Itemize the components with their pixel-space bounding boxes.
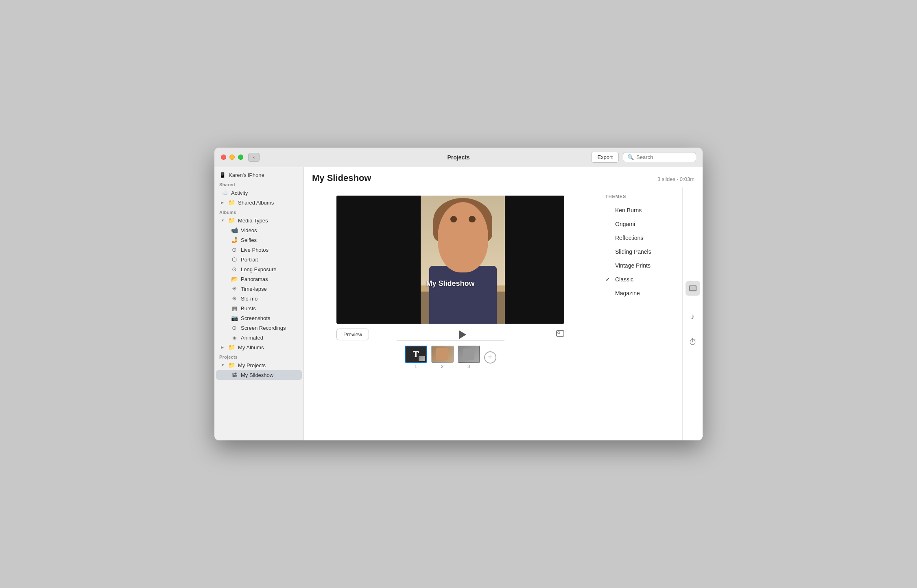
slideshow-title: My Slideshow (312, 173, 371, 183)
theme-ken-burns-label: Ken Burns (615, 207, 642, 213)
portrait-label: Portrait (241, 257, 258, 263)
sidebar-item-my-projects[interactable]: ▼ 📁 My Projects (216, 360, 302, 370)
iphone-label: Karen's iPhone (229, 172, 264, 178)
music-button[interactable]: ♪ (691, 312, 695, 321)
shared-section-header: Shared (214, 180, 303, 188)
long-exposure-icon: ⊙ (231, 266, 238, 272)
projects-section-header: Projects (214, 352, 303, 360)
sidebar-item-slomo[interactable]: ✳ Slo-mo (216, 294, 302, 303)
shared-albums-label: Shared Albums (238, 200, 274, 206)
titlebar-actions: Export 🔍 (591, 152, 696, 163)
sidebar-item-animated[interactable]: ◈ Animated (216, 333, 302, 342)
timelapse-icon: ✳ (231, 285, 238, 292)
thumb-3[interactable] (458, 346, 480, 363)
activity-icon: ☁️ (221, 189, 228, 196)
sidebar-item-activity[interactable]: ☁️ Activity (216, 188, 302, 198)
slideshow-overlay-label: My Slideshow (426, 279, 474, 288)
thumb-1[interactable]: T (405, 346, 427, 363)
activity-label: Activity (231, 190, 248, 196)
thumb-item-1[interactable]: T 1 (405, 346, 427, 369)
sidebar: 📱 Karen's iPhone Shared ☁️ Activity ▶ 📁 … (214, 167, 304, 440)
theme-vintage-prints-label: Vintage Prints (615, 262, 651, 269)
theme-magazine-label: Magazine (615, 290, 640, 296)
selfies-icon: 🤳 (231, 237, 238, 243)
expand-arrow-projects: ▼ (221, 363, 225, 367)
albums-section-header: Albums (214, 207, 303, 216)
add-slide-button[interactable]: + (484, 351, 496, 364)
thumb-t-letter: T (413, 349, 419, 359)
content-body: My Slideshow Preview (304, 187, 703, 440)
sidebar-item-live-photos[interactable]: ⊙ Live Photos (216, 245, 302, 255)
preview-area: My Slideshow Preview (304, 187, 597, 440)
body (429, 266, 497, 324)
slide-3 (505, 196, 564, 324)
my-albums-label: My Albums (238, 344, 264, 351)
portrait-icon: ⬡ (231, 256, 238, 263)
theme-classic-label: Classic (615, 276, 633, 283)
search-input[interactable] (636, 154, 692, 160)
bursts-icon: ▦ (231, 305, 238, 311)
panoramas-icon: 📂 (231, 276, 238, 282)
animated-label: Animated (241, 335, 263, 341)
sidebar-item-portrait[interactable]: ⬡ Portrait (216, 255, 302, 264)
video-controls: Preview (336, 324, 564, 340)
slideshow-view-button[interactable] (686, 281, 700, 296)
sidebar-item-long-exposure[interactable]: ⊙ Long Exposure (216, 264, 302, 274)
media-types-label: Media Types (238, 218, 268, 224)
sidebar-item-panoramas[interactable]: 📂 Panoramas (216, 274, 302, 284)
maximize-button[interactable] (238, 155, 243, 160)
my-projects-icon: 📁 (228, 362, 235, 368)
preview-button[interactable]: Preview (336, 329, 369, 340)
panoramas-label: Panoramas (241, 276, 268, 282)
sidebar-item-screenshots[interactable]: 📷 Screenshots (216, 313, 302, 323)
expand-arrow-myalbums: ▶ (221, 345, 225, 349)
video-container: My Slideshow (336, 196, 564, 324)
thumb-num-2: 2 (441, 364, 443, 369)
sidebar-item-my-slideshow[interactable]: 📽 My Slideshow (216, 370, 302, 380)
slide-2 (421, 196, 505, 324)
thumb-num-1: 1 (415, 364, 417, 369)
close-button[interactable] (221, 155, 226, 160)
fullscreen-button[interactable] (556, 330, 564, 339)
slideshow-meta: 3 slides · 0:03m (657, 176, 694, 182)
timer-button[interactable]: ⏱ (689, 338, 697, 347)
minimize-button[interactable] (229, 155, 235, 160)
live-photos-label: Live Photos (241, 247, 269, 253)
media-types-icon: 📁 (228, 217, 235, 224)
export-button[interactable]: Export (591, 152, 619, 163)
classic-check: ✓ (605, 276, 612, 283)
play-button[interactable] (373, 330, 552, 339)
sidebar-item-timelapse[interactable]: ✳ Time-lapse (216, 284, 302, 294)
sidebar-item-media-types[interactable]: ▼ 📁 Media Types (216, 216, 302, 225)
sidebar-item-my-albums[interactable]: ▶ 📁 My Albums (216, 342, 302, 352)
thumb-item-3[interactable]: 3 (458, 346, 480, 369)
app-window: ‹ Projects Export 🔍 📱 Karen's iPhone Sha… (214, 148, 703, 440)
sidebar-item-videos[interactable]: 📹 Videos (216, 225, 302, 235)
sidebar-item-shared-albums[interactable]: ▶ 📁 Shared Albums (216, 198, 302, 207)
thumb-3-face (463, 348, 474, 360)
timelapse-label: Time-lapse (241, 286, 267, 292)
svg-rect-3 (690, 286, 696, 290)
iphone-item[interactable]: 📱 Karen's iPhone (214, 170, 303, 180)
expand-arrow-media: ▼ (221, 218, 225, 222)
right-icons: ♪ ⏱ (682, 187, 703, 440)
sidebar-item-screen-recordings[interactable]: ⊙ Screen Recordings (216, 323, 302, 333)
slomo-label: Slo-mo (241, 296, 258, 302)
thumb-2-face (436, 348, 449, 360)
back-button[interactable]: ‹ (248, 153, 260, 162)
back-icon: ‹ (253, 154, 255, 160)
themes-panel: THEMES Ken Burns Origami Reflections (597, 187, 703, 440)
theme-reflections-label: Reflections (615, 235, 643, 241)
traffic-lights (221, 155, 243, 160)
selfies-label: Selfies (241, 237, 257, 243)
my-albums-icon: 📁 (228, 344, 235, 351)
thumb-2[interactable] (431, 346, 454, 363)
shared-albums-icon: 📁 (228, 199, 235, 206)
sidebar-item-selfies[interactable]: 🤳 Selfies (216, 235, 302, 245)
thumb-num-3: 3 (467, 364, 470, 369)
sidebar-item-bursts[interactable]: ▦ Bursts (216, 303, 302, 313)
thumb-item-2[interactable]: 2 (431, 346, 454, 369)
content-area: My Slideshow 3 slides · 0:03m (304, 167, 703, 440)
my-projects-label: My Projects (238, 362, 266, 368)
screenshots-icon: 📷 (231, 315, 238, 321)
